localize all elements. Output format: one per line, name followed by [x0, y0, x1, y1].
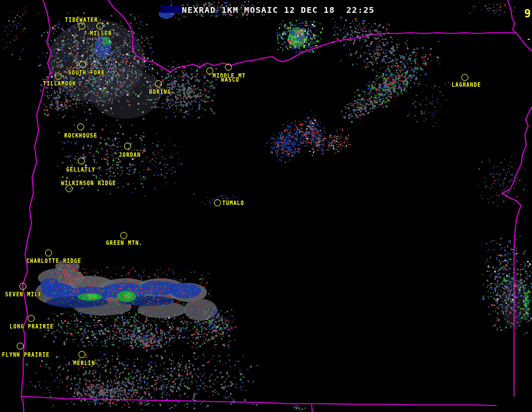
title-color-swatch	[161, 6, 182, 13]
title-bar: NEXRAD 1KM MOSAIC 12 DEC 18 22:25	[0, 0, 532, 15]
radar-display: TIDEWATERMILLERSOUTH FORKTILLAMOOKBORING…	[0, 0, 532, 412]
radar-echo-layer	[0, 0, 532, 412]
product-title: NEXRAD 1KM MOSAIC 12 DEC 18 22:25	[182, 5, 375, 15]
